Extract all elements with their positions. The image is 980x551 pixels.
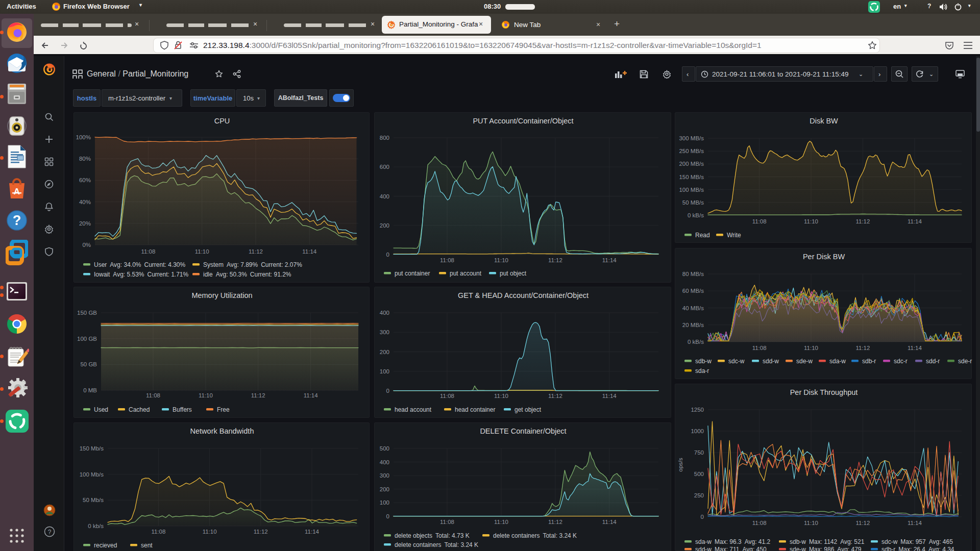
svg-text:11:10: 11:10 (494, 257, 508, 263)
svg-text:11:14: 11:14 (304, 392, 318, 398)
svg-text:300 MB/s: 300 MB/s (679, 135, 704, 141)
svg-text:delete containers Total: 3.24: delete containers Total: 3.24 K (395, 541, 478, 548)
svg-text:Iowait Avg: 5.53% Current: 1.7: Iowait Avg: 5.53% Current: 1.71% (94, 271, 189, 278)
svg-text:11:14: 11:14 (602, 519, 617, 525)
svg-text:400: 400 (380, 459, 389, 465)
svg-text:?: ? (13, 213, 21, 228)
svg-text:11:12: 11:12 (855, 345, 870, 351)
svg-text:sda-w Max: 96.3 Avg: 41.2: sda-w Max: 96.3 Avg: 41.2 (695, 538, 771, 545)
svg-text:11:12: 11:12 (251, 392, 265, 398)
svg-text:750: 750 (694, 449, 704, 456)
svg-text:1000: 1000 (691, 428, 704, 434)
svg-text:60%: 60% (79, 177, 91, 183)
svg-text:250: 250 (694, 492, 704, 498)
svg-text:sdd-r: sdd-r (926, 358, 940, 365)
svg-text:sda-w: sda-w (829, 358, 846, 365)
svg-text:80 MB/s: 80 MB/s (682, 271, 704, 277)
svg-text:CPU: CPU (214, 117, 230, 125)
svg-text:idle Avg: 50.3% Current: 91.2%: idle Avg: 50.3% Current: 91.2% (203, 271, 291, 278)
svg-text:100: 100 (380, 499, 389, 506)
svg-text:sdd-w Max: 711 Avg: 450: sdd-w Max: 711 Avg: 450 (695, 546, 767, 551)
svg-text:150 MB/s: 150 MB/s (679, 174, 704, 180)
svg-text:recieved: recieved (94, 542, 117, 549)
svg-text:Free: Free (217, 406, 230, 413)
svg-text:Write: Write (727, 232, 741, 239)
svg-text:60 MB/s: 60 MB/s (682, 288, 704, 294)
svg-text:11:14: 11:14 (305, 529, 320, 535)
svg-text:Buffers: Buffers (173, 406, 192, 413)
svg-text:sdb-w Max: 1142 Avg: 521: sdb-w Max: 1142 Avg: 521 (790, 538, 865, 545)
svg-text:11:08: 11:08 (440, 393, 454, 399)
svg-text:sde-w: sde-w (796, 358, 813, 365)
svg-text:sde-w Max: 986 Avg: 479: sde-w Max: 986 Avg: 479 (790, 546, 862, 551)
svg-text:sdb-r: sdb-r (862, 358, 876, 365)
svg-text:40 MB/s: 40 MB/s (682, 305, 704, 311)
svg-text:150 GB: 150 GB (77, 310, 97, 316)
svg-text:delete objects Total: 4.73 K: delete objects Total: 4.73 K (395, 532, 470, 539)
svg-text:Per Disk BW: Per Disk BW (803, 253, 845, 261)
svg-text:0 kB/s: 0 kB/s (688, 212, 704, 218)
svg-text:get object: get object (514, 406, 542, 413)
svg-text:System Avg: 7.89% Current: 2.0: System Avg: 7.89% Current: 2.07% (203, 261, 302, 268)
svg-text:100: 100 (380, 368, 389, 374)
svg-text:Disk BW: Disk BW (810, 117, 838, 125)
svg-text:11:08: 11:08 (141, 248, 155, 255)
svg-text:User Avg: 34.0% Current: 4.30%: User Avg: 34.0% Current: 4.30% (94, 261, 186, 268)
svg-text:11:14: 11:14 (908, 345, 922, 351)
svg-text:PUT Account/Container/Object: PUT Account/Container/Object (473, 117, 573, 125)
svg-text:11:10: 11:10 (195, 248, 209, 255)
svg-text:11:10: 11:10 (804, 345, 818, 351)
svg-text:100%: 100% (76, 134, 91, 140)
svg-text:sde-r: sde-r (958, 358, 972, 365)
svg-text:250 MB/s: 250 MB/s (679, 148, 704, 154)
svg-text:0: 0 (386, 388, 389, 394)
svg-text:300: 300 (380, 329, 389, 335)
svg-text:put object: put object (500, 270, 527, 277)
svg-text:11:08: 11:08 (752, 218, 767, 224)
svg-text:300: 300 (380, 472, 389, 479)
svg-text:50 Mb/s: 50 Mb/s (83, 497, 104, 503)
svg-text:11:12: 11:12 (254, 529, 268, 535)
svg-text:sdb-w: sdb-w (695, 358, 712, 365)
svg-text:200: 200 (380, 486, 389, 492)
svg-text:100 MB/s: 100 MB/s (679, 187, 704, 193)
svg-text:100 GB: 100 GB (77, 336, 97, 342)
svg-text:11:08: 11:08 (440, 519, 454, 525)
svg-text:sdb-r Max: 26.4 Avg: 4.34: sdb-r Max: 26.4 Avg: 4.34 (881, 546, 954, 551)
svg-text:sdd-w: sdd-w (763, 358, 779, 365)
svg-text:0%: 0% (82, 242, 91, 248)
svg-text:11:10: 11:10 (494, 393, 508, 399)
svg-text:Read: Read (695, 232, 710, 239)
svg-text:150 Mb/s: 150 Mb/s (80, 445, 104, 452)
svg-text:delete containers Total: 3.24: delete containers Total: 3.24 K (493, 532, 577, 539)
svg-text:200: 200 (380, 349, 389, 355)
svg-text:head account: head account (395, 406, 432, 413)
svg-text:40%: 40% (79, 199, 91, 205)
svg-text:11:14: 11:14 (602, 257, 617, 263)
svg-text:put account: put account (450, 270, 482, 277)
svg-text:sent: sent (141, 542, 153, 549)
svg-text:11:10: 11:10 (494, 519, 508, 525)
svg-text:11:10: 11:10 (804, 520, 818, 526)
svg-text:0 kb/s: 0 kb/s (88, 523, 104, 529)
svg-text:11:12: 11:12 (548, 257, 562, 263)
svg-text:11:12: 11:12 (249, 248, 263, 255)
svg-text:Used: Used (94, 406, 108, 413)
svg-text:sdc-w: sdc-w (728, 358, 745, 365)
svg-text:0: 0 (701, 514, 704, 520)
svg-text:11:08: 11:08 (146, 392, 160, 398)
svg-text:Per Disk Throughput: Per Disk Throughput (790, 388, 858, 396)
svg-text:11:12: 11:12 (855, 520, 870, 526)
svg-text:11:14: 11:14 (908, 218, 922, 224)
svg-text:800: 800 (380, 135, 389, 141)
svg-text:11:12: 11:12 (548, 393, 562, 399)
svg-text:?: ? (48, 529, 52, 536)
svg-text:DELETE Container/Object: DELETE Container/Object (480, 427, 566, 435)
svg-text:11:12: 11:12 (548, 519, 562, 525)
svg-text:11:08: 11:08 (151, 529, 165, 535)
svg-text:11:14: 11:14 (602, 393, 617, 399)
svg-text:11:10: 11:10 (203, 529, 217, 535)
svg-text:11:14: 11:14 (302, 248, 317, 255)
svg-text:Memory Utilization: Memory Utilization (191, 291, 252, 299)
svg-text:11:14: 11:14 (908, 520, 922, 526)
